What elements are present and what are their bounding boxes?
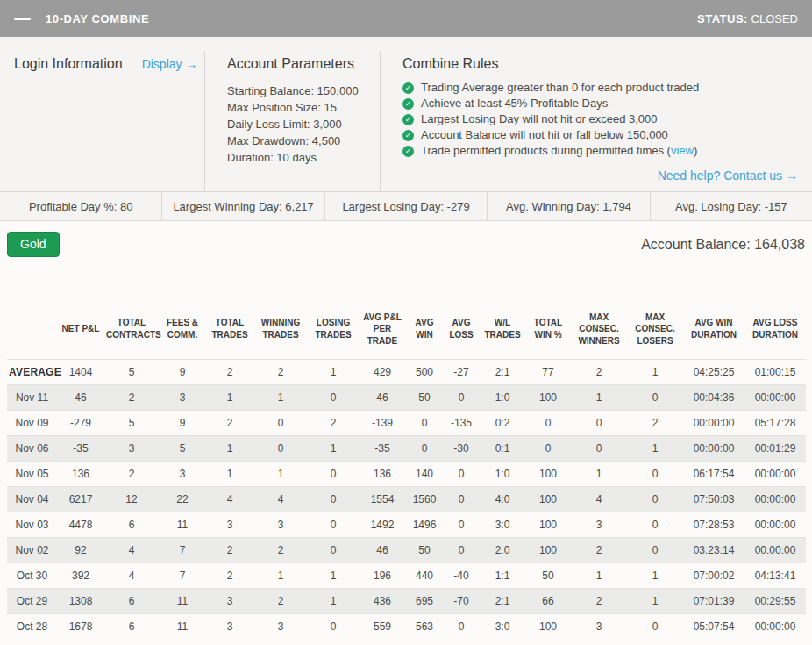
- table-cell: 100: [525, 613, 571, 639]
- account-balance: Account Balance: 164,038: [641, 237, 805, 253]
- table-cell: 00:00:00: [744, 537, 806, 563]
- table-cell: 0: [308, 461, 359, 486]
- table-cell: 4: [253, 486, 308, 512]
- table-cell: 0: [443, 461, 480, 486]
- view-link[interactable]: view: [671, 145, 694, 157]
- combine-rule-text: Achieve at least 45% Profitable Days: [421, 97, 608, 110]
- table-cell: 695: [406, 588, 443, 613]
- table-row: Nov 114623110465001:01001000:04:3600:00:…: [7, 384, 806, 410]
- table-header-cell: AVG WIN DURATION: [683, 299, 744, 359]
- table-cell: 1492: [359, 512, 406, 537]
- table-cell: 2: [627, 410, 683, 435]
- title-bar: 10-DAY COMBINE STATUS: CLOSED: [0, 0, 812, 37]
- table-cell: 05:07:54: [683, 613, 744, 639]
- table-cell: 0: [627, 512, 683, 537]
- table-cell: 2: [206, 359, 253, 384]
- table-cell: 22: [159, 486, 206, 512]
- account-balance-value: 164,038: [754, 237, 805, 252]
- table-cell: -70: [443, 588, 480, 613]
- table-cell: 04:25:25: [683, 359, 744, 384]
- table-cell: 1: [206, 435, 253, 461]
- table-cell: 2: [308, 410, 359, 435]
- table-cell: 1560: [406, 486, 443, 512]
- table-cell: 0: [443, 512, 480, 537]
- combine-rule-text: Trade permitted products during permitte…: [421, 145, 671, 157]
- table-cell: 11: [159, 588, 206, 613]
- table-header-cell: FEES & COMM.: [159, 299, 206, 359]
- combine-rule-item: ✓Trading Average greater than 0 for each…: [402, 82, 798, 94]
- table-cell: 0: [308, 537, 359, 563]
- table-row-label: Nov 03: [7, 512, 57, 537]
- table-cell: 1: [308, 563, 359, 588]
- table-cell: 563: [406, 613, 443, 639]
- table-row-label: Oct 30: [7, 563, 57, 588]
- table-cell: 00:00:00: [744, 461, 806, 486]
- table-row: Nov 029247220465002:01002003:23:1400:00:…: [7, 537, 806, 563]
- collapse-icon[interactable]: [14, 18, 31, 20]
- table-cell: 100: [525, 384, 571, 410]
- table-cell: 6217: [57, 486, 104, 512]
- table-row: Oct 291308611321436695-702:1662107:01:39…: [7, 588, 806, 613]
- summary-stat: Largest Winning Day: 6,217: [162, 192, 324, 220]
- status-label: STATUS:: [697, 12, 748, 25]
- product-tab-gold[interactable]: Gold: [7, 232, 60, 257]
- table-cell: -139: [359, 410, 406, 435]
- table-cell: 77: [525, 359, 571, 384]
- table-cell: 2: [571, 359, 627, 384]
- table-cell: 00:00:00: [744, 613, 806, 639]
- account-parameters-list: Starting Balance: 150,000Max Position Si…: [227, 82, 380, 166]
- table-cell: 03:23:14: [683, 537, 744, 563]
- table-cell: 50: [406, 537, 443, 563]
- display-link[interactable]: Display →: [142, 57, 198, 71]
- table-cell: 50: [525, 563, 571, 588]
- table-cell: 07:01:39: [683, 588, 744, 613]
- table-cell: 2: [206, 537, 253, 563]
- table-row: Oct 28167861133055956303:01003005:07:540…: [7, 613, 806, 639]
- table-cell: 1: [627, 435, 683, 461]
- table-cell: 436: [359, 588, 406, 613]
- contact-us-link[interactable]: Need help? Contact us →: [658, 168, 798, 183]
- table-header-cell: NET P&L: [57, 299, 104, 359]
- table-cell: 3: [571, 512, 627, 537]
- table-header-cell: AVG P&L PER TRADE: [359, 299, 406, 359]
- table-cell: 11: [159, 512, 206, 537]
- combine-rule-text-suffix: ): [694, 145, 697, 157]
- table-cell: -40: [443, 563, 480, 588]
- table-cell: 0: [443, 486, 480, 512]
- table-cell: 196: [359, 563, 406, 588]
- table-cell: 1678: [57, 613, 104, 639]
- table-cell: 00:00:00: [744, 512, 806, 537]
- table-cell: 4: [104, 537, 159, 563]
- table-row-label: Nov 04: [7, 486, 57, 512]
- table-cell: 00:04:36: [683, 384, 744, 410]
- table-header-cell: TOTAL CONTRACTS: [104, 299, 159, 359]
- table-cell: -279: [57, 410, 104, 435]
- table-cell: 440: [406, 563, 443, 588]
- table-row-label: Oct 29: [7, 588, 57, 613]
- table-header-cell: LOSING TRADES: [308, 299, 359, 359]
- table-header-cell: W/L TRADES: [480, 299, 525, 359]
- table-cell: 0: [571, 435, 627, 461]
- table-cell: 07:28:53: [683, 512, 744, 537]
- table-cell: 0: [253, 435, 308, 461]
- account-parameter-item: Daily Loss Limit: 3,000: [227, 116, 380, 133]
- table-cell: 3: [159, 461, 206, 486]
- table-cell: 2: [253, 537, 308, 563]
- account-balance-label: Account Balance:: [641, 237, 751, 252]
- table-cell: 1: [253, 461, 308, 486]
- table-cell: 3:0: [480, 613, 525, 639]
- table-cell: 0: [308, 613, 359, 639]
- table-cell: 00:00:00: [744, 384, 806, 410]
- table-cell: 6: [104, 588, 159, 613]
- table-cell: 500: [406, 359, 443, 384]
- table-cell: 1: [308, 359, 359, 384]
- check-icon: ✓: [402, 130, 414, 141]
- table-cell: 3: [159, 384, 206, 410]
- table-cell: 06:17:54: [683, 461, 744, 486]
- table-cell: 00:00:00: [683, 435, 744, 461]
- combine-rule-item: ✓Account Balance will not hit or fall be…: [402, 129, 798, 141]
- table-cell: 0:2: [480, 410, 525, 435]
- table-cell: 00:01:29: [744, 435, 806, 461]
- table-cell: 0: [525, 435, 571, 461]
- table-cell: 0: [627, 461, 683, 486]
